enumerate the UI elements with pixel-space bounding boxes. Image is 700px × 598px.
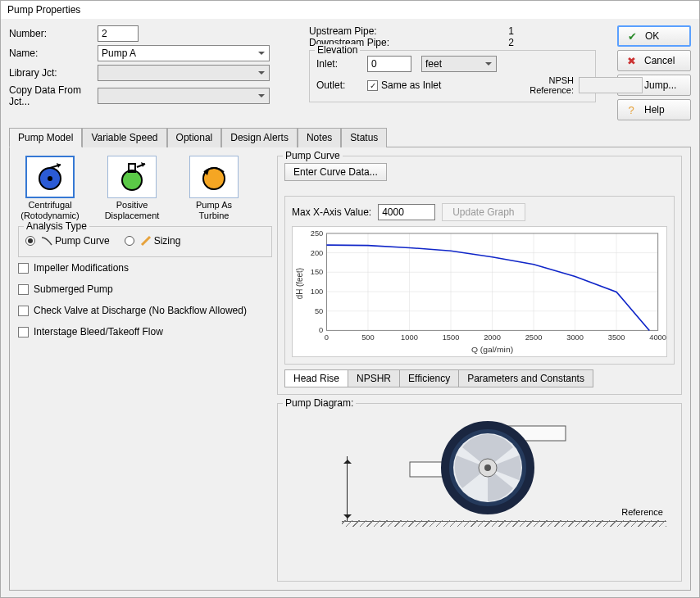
- npsh-ref-label: NPSH Reference:: [508, 75, 574, 95]
- tab-pump-model[interactable]: Pump Model: [9, 128, 82, 147]
- tab-design-alerts[interactable]: Design Alerts: [221, 128, 298, 147]
- dimension-arrow: [343, 456, 352, 522]
- elevation-group-label: Elevation: [315, 44, 360, 56]
- pump-as-turbine-icon: [189, 156, 239, 198]
- analysis-type-label: Analysis Type: [24, 220, 89, 232]
- max-x-label: Max X-Axis Value:: [292, 206, 371, 218]
- pump-curve-group-label: Pump Curve: [283, 150, 343, 161]
- inlet-input[interactable]: [367, 56, 411, 72]
- svg-point-45: [484, 464, 491, 471]
- centrifugal-icon: [25, 156, 75, 198]
- tab-optional[interactable]: Optional: [167, 128, 222, 147]
- subtab-efficiency[interactable]: Efficiency: [399, 369, 459, 387]
- downstream-pipe-value: 2: [508, 37, 514, 48]
- svg-text:2000: 2000: [484, 333, 501, 342]
- chart-xlabel: Q (gal/min): [471, 345, 513, 354]
- ok-button[interactable]: ✔OK: [617, 25, 691, 47]
- svg-text:50: 50: [315, 307, 323, 315]
- interstage-label: Interstage Bleed/Takeoff Flow: [34, 326, 163, 338]
- subtab-head-rise[interactable]: Head Rise: [284, 369, 348, 387]
- number-input[interactable]: [98, 25, 139, 42]
- curve-icon: [41, 235, 52, 247]
- same-as-inlet-checkbox[interactable]: [367, 80, 378, 91]
- svg-text:100: 100: [311, 288, 324, 296]
- tab-notes[interactable]: Notes: [298, 128, 341, 147]
- outlet-label: Outlet:: [316, 79, 362, 91]
- inlet-label: Inlet:: [316, 58, 362, 70]
- impeller-mod-label: Impeller Modifications: [34, 262, 129, 274]
- enter-curve-data-button[interactable]: Enter Curve Data...: [284, 163, 387, 181]
- name-combo[interactable]: Pump A: [98, 45, 270, 61]
- pump-curve-chart: 0 50 100 150 200 250 0 500 1000 150: [292, 226, 667, 357]
- pump-diagram-image: [373, 415, 586, 521]
- cancel-icon: ✖: [625, 55, 638, 67]
- update-graph-button: Update Graph: [442, 203, 525, 221]
- inlet-unit-combo[interactable]: feet: [421, 56, 497, 72]
- copy-data-label: Copy Data From Jct...: [9, 84, 98, 107]
- interstage-checkbox[interactable]: [18, 327, 29, 338]
- name-label: Name:: [9, 48, 98, 59]
- help-icon: ?: [625, 104, 638, 116]
- library-jct-label: Library Jct:: [9, 67, 98, 79]
- tab-status[interactable]: Status: [341, 128, 387, 147]
- svg-point-3: [122, 170, 142, 190]
- reference-label: Reference: [621, 507, 663, 517]
- help-button[interactable]: ?Help: [617, 99, 691, 120]
- svg-text:3000: 3000: [566, 333, 584, 342]
- submerged-checkbox[interactable]: [18, 284, 29, 295]
- tab-variable-speed[interactable]: Variable Speed: [82, 128, 166, 147]
- window-title: Pump Properties: [1, 1, 699, 19]
- positive-displacement-icon: [107, 156, 157, 198]
- positive-displacement-button[interactable]: Positive Displacement: [100, 156, 164, 221]
- npsh-ref-input: [579, 77, 643, 93]
- check-valve-label: Check Valve at Discharge (No Backflow Al…: [34, 305, 247, 316]
- same-as-inlet-label: Same as Inlet: [381, 79, 441, 91]
- svg-text:0: 0: [325, 333, 329, 342]
- svg-text:500: 500: [361, 333, 375, 342]
- svg-text:2500: 2500: [525, 333, 543, 342]
- reference-hatch: [342, 520, 666, 527]
- cancel-button[interactable]: ✖Cancel: [617, 50, 691, 71]
- impeller-mod-checkbox[interactable]: [18, 263, 29, 274]
- sizing-radio[interactable]: Sizing: [125, 235, 181, 247]
- max-x-input[interactable]: [378, 204, 435, 220]
- copy-data-combo[interactable]: [98, 88, 270, 104]
- svg-text:150: 150: [311, 268, 324, 276]
- subtab-npshr[interactable]: NPSHR: [348, 369, 400, 387]
- pump-as-turbine-button[interactable]: Pump As Turbine: [182, 156, 246, 221]
- upstream-pipe-label: Upstream Pipe:: [309, 25, 377, 37]
- svg-text:4000: 4000: [649, 333, 666, 342]
- chart-ylabel: dH (feet): [295, 268, 304, 299]
- upstream-pipe-value: 1: [508, 25, 514, 37]
- svg-text:3500: 3500: [608, 333, 625, 342]
- submerged-label: Submerged Pump: [34, 283, 113, 295]
- check-valve-checkbox[interactable]: [18, 306, 29, 316]
- svg-text:250: 250: [311, 229, 324, 238]
- svg-point-1: [48, 176, 52, 181]
- svg-text:0: 0: [319, 327, 323, 335]
- number-label: Number:: [9, 28, 98, 39]
- svg-text:1000: 1000: [401, 333, 418, 342]
- pump-diagram-label: Pump Diagram:: [283, 397, 356, 409]
- library-jct-combo[interactable]: [98, 65, 270, 81]
- sizing-icon: [140, 235, 152, 247]
- subtab-params[interactable]: Parameters and Constants: [458, 369, 593, 387]
- check-icon: ✔: [625, 30, 639, 43]
- svg-text:200: 200: [311, 249, 324, 257]
- svg-text:1500: 1500: [443, 333, 460, 342]
- pump-curve-radio[interactable]: Pump Curve: [25, 235, 110, 247]
- centrifugal-button[interactable]: Centrifugal (Rotodynamic): [18, 156, 82, 221]
